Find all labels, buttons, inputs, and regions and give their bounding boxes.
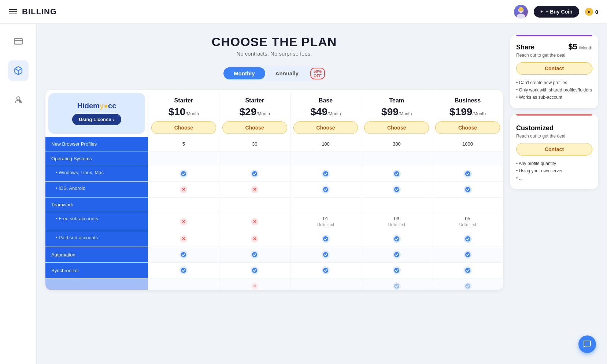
cross-icon: ✕ (180, 235, 187, 243)
pricing-header-row: Hidemy●cc Using License › Starter $10/Mo… (45, 90, 503, 137)
plan-price-4: $199/Month (435, 106, 500, 118)
auto-3 (361, 247, 432, 262)
svg-point-26 (181, 268, 186, 273)
feature-sublabel-wlm: • Windows, Linux, Mac (45, 166, 148, 181)
share-feature-0: Can't create new profiles (516, 79, 592, 86)
svg-rect-4 (14, 38, 22, 44)
svg-point-1 (517, 14, 525, 19)
feature-row-extra: ✕ (45, 278, 503, 290)
cross-icon: ✕ (251, 282, 258, 290)
os-header-cell-0 (148, 151, 219, 166)
svg-point-10 (181, 171, 186, 176)
customized-title: Customized (516, 124, 592, 132)
arrow-right-icon: › (113, 117, 114, 122)
choose-btn-0[interactable]: Choose (151, 121, 216, 134)
svg-point-27 (252, 268, 257, 273)
choose-btn-2[interactable]: Choose (293, 121, 358, 134)
feature-label-automation: Automation (45, 247, 148, 262)
svg-point-7 (16, 97, 20, 100)
svg-point-24 (394, 252, 399, 257)
feature-sublabel-paid-sub: • Paid sub-accounts (45, 231, 148, 247)
buy-coin-button[interactable]: + + Buy Coin (534, 6, 579, 18)
customized-reach-text: Reach out to get the deal (516, 134, 592, 139)
feature-row-teamwork-header: Teamwork (45, 198, 503, 212)
cross-icon: ✕ (180, 186, 187, 193)
sidebar-item-account[interactable]: $ (8, 90, 29, 110)
right-panel: Share $5 /Month Reach out to get the dea… (510, 35, 598, 353)
plan-name-3: Team (364, 97, 429, 104)
feature-label-extra (45, 278, 148, 290)
hamburger-menu[interactable] (9, 9, 17, 14)
svg-point-28 (323, 268, 328, 273)
paid-sub-4 (432, 231, 503, 247)
svg-point-32 (465, 284, 470, 289)
hidemy-logo: Hidemy●cc (77, 102, 116, 110)
header-right: + + Buy Coin ● 0 (514, 5, 598, 19)
auto-4 (432, 247, 503, 262)
share-contact-button[interactable]: Contact (516, 62, 592, 75)
share-price: $5 /Month (568, 42, 592, 52)
os-header-cell-4 (432, 151, 503, 166)
choose-btn-3[interactable]: Choose (364, 121, 429, 134)
paid-sub-2 (290, 231, 361, 247)
coin-balance: ● 0 (585, 8, 598, 16)
plan-col-3: Team $99/Month Choose (361, 91, 432, 137)
plan-col-1: Starter $29/Month Choose (219, 91, 290, 137)
cross-icon: ✕ (251, 235, 258, 243)
wlm-3 (361, 166, 432, 181)
sidebar-item-box[interactable] (8, 60, 29, 81)
monthly-toggle-btn[interactable]: Monthly (223, 67, 265, 79)
feature-row-ios: • iOS, Android ✕ ✕ (45, 182, 503, 198)
sidebar-item-card[interactable] (8, 31, 29, 52)
feature-cell-profiles-1: 30 (219, 137, 290, 151)
svg-point-21 (181, 252, 186, 257)
svg-point-20 (465, 236, 470, 241)
wlm-1 (219, 166, 290, 181)
choose-btn-4[interactable]: Choose (435, 121, 500, 134)
paid-sub-0: ✕ (148, 231, 219, 247)
current-plan-card: Hidemy●cc Using License › (48, 93, 145, 134)
plan-price-0: $10/Month (151, 106, 216, 118)
svg-point-13 (394, 171, 399, 176)
free-sub-3: 03Unlimited (361, 212, 432, 231)
tw-header-1 (219, 198, 290, 212)
plan-name-4: Business (435, 97, 500, 104)
customized-contact-button[interactable]: Contact (516, 143, 592, 155)
sidebar: $ (0, 24, 37, 364)
feature-cell-profiles-4: 1000 (432, 137, 503, 151)
share-reach-text: Reach out to get the deal (516, 53, 592, 58)
svg-point-17 (465, 187, 470, 192)
share-feature-list: Can't create new profiles Only work with… (516, 79, 592, 101)
os-header-cell-2 (290, 151, 361, 166)
feature-label-sync: Synchronizer (45, 263, 148, 278)
annually-toggle-btn[interactable]: Annually (265, 67, 309, 79)
tw-header-4 (432, 198, 503, 212)
feature-sublabel-ios: • iOS, Android (45, 182, 148, 197)
using-license-button[interactable]: Using License › (72, 114, 121, 125)
ios-0: ✕ (148, 182, 219, 197)
free-sub-1: ✕ (219, 212, 290, 231)
feature-cell-profiles-3: 300 (361, 137, 432, 151)
share-top-bar (516, 35, 592, 36)
svg-rect-3 (519, 7, 522, 8)
feature-row-profiles: New Browser Profiles 5 30 100 300 1000 (45, 137, 503, 151)
cross-icon: ✕ (251, 186, 258, 193)
svg-point-31 (394, 284, 399, 289)
svg-point-12 (323, 171, 328, 176)
plan-price-2: $49/Month (293, 106, 358, 118)
subheading-text: No contracts. No surprise fees. (45, 50, 503, 57)
customized-feature-2: ... (516, 175, 592, 182)
share-feature-2: Works as sub-account (516, 94, 592, 101)
feature-table: New Browser Profiles 5 30 100 300 1000 O… (45, 137, 503, 290)
choose-btn-1[interactable]: Choose (222, 121, 287, 134)
customized-card: Customized Reach out to get the deal Con… (510, 114, 598, 189)
main-layout: $ CHOOSE THE PLAN No contracts. No surpr… (0, 24, 607, 364)
plan-col-0: Starter $10/Month Choose (148, 91, 219, 137)
customized-feature-0: Any profile quantity (516, 160, 592, 167)
wlm-0 (148, 166, 219, 181)
pricing-section: CHOOSE THE PLAN No contracts. No surpris… (45, 35, 503, 353)
chat-button[interactable] (578, 335, 596, 353)
feature-row-automation: Automation (45, 247, 503, 263)
svg-point-22 (252, 252, 257, 257)
feature-sublabel-free-sub: • Free sub-accounts (45, 212, 148, 231)
